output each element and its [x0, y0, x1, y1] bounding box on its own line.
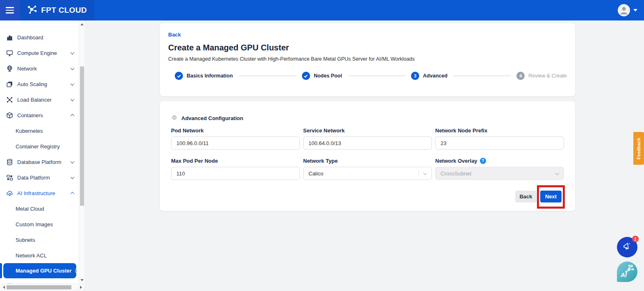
chevron-down-icon — [418, 169, 427, 177]
sidebar-item-containers[interactable]: Containers — [0, 107, 79, 123]
back-button[interactable]: Back — [515, 191, 537, 202]
field-pod-network: Pod Network — [171, 127, 300, 150]
sidebar-menu: Dashboard Compute Engine Network — [0, 20, 79, 284]
sidebar-item-label: Compute Engine — [17, 50, 71, 56]
sidebar-vertical-scrollbar[interactable] — [79, 20, 84, 284]
section-header: Advanced Configuration — [171, 114, 243, 122]
sidebar-item-label: Dashboard — [17, 34, 74, 41]
sidebar-item-label: Kubernetes — [16, 128, 74, 134]
pod-network-input[interactable] — [171, 136, 300, 150]
data-platform-icon — [6, 174, 13, 181]
page-title: Create a Managed GPU Cluster — [168, 43, 567, 52]
step-label: Basics Information — [187, 73, 233, 79]
sidebar-item-kubernetes[interactable]: Kubernetes — [0, 123, 79, 139]
user-avatar[interactable] — [618, 4, 630, 16]
step-nodes-pool[interactable]: Nodes Pool — [302, 72, 342, 80]
sidebar-item-metal-cloud[interactable]: Metal Cloud — [0, 201, 79, 216]
scroll-right-arrow[interactable] — [78, 284, 84, 290]
scroll-down-arrow[interactable] — [79, 277, 85, 283]
field-service-network: Service Network — [303, 127, 432, 150]
sidebar-item-network[interactable]: Network — [0, 61, 79, 76]
load-balancer-icon — [6, 96, 13, 103]
network-node-prefix-input[interactable] — [435, 136, 564, 150]
megaphone-icon — [622, 241, 632, 253]
step-basics-information[interactable]: Basics Information — [175, 72, 233, 80]
sidebar-horizontal-scrollbar[interactable] — [0, 284, 84, 290]
back-link[interactable]: Back — [168, 32, 181, 38]
globe-icon — [6, 65, 13, 72]
hamburger-menu-button[interactable] — [0, 0, 20, 20]
wizard-stepper: Basics Information Nodes Pool 3 Advanced… — [168, 72, 567, 80]
step-number: 3 — [411, 72, 419, 80]
dashboard-icon — [6, 34, 13, 41]
auto-scaling-icon — [6, 80, 13, 88]
advanced-configuration-card: Advanced Configuration Pod Network Servi… — [160, 101, 575, 211]
brand-logo[interactable]: FPT CLOUD — [20, 0, 94, 20]
sidebar-item-ai-platform[interactable]: AI Platform — [0, 278, 79, 284]
sidebar-nav: Dashboard Compute Engine Network — [0, 20, 79, 284]
vertical-scrollbar-thumb[interactable] — [80, 66, 84, 206]
scroll-left-arrow[interactable] — [1, 284, 7, 290]
molecule-logo-icon — [27, 4, 38, 16]
help-icon[interactable]: ? — [480, 158, 486, 164]
select-value: Calico — [308, 171, 323, 177]
step-number: 4 — [516, 72, 525, 80]
step-review-create[interactable]: 4 Review & Create — [516, 72, 567, 80]
sidebar-item-ai-infrastructure[interactable]: AI Infrastructure — [0, 185, 79, 201]
sidebar-item-load-balancer[interactable]: Load Balancer — [0, 92, 79, 107]
form-grid: Pod Network Service Network Network Node… — [171, 127, 564, 180]
field-label: Max Pod Per Node — [171, 158, 300, 164]
field-network-type: Network Type Calico — [303, 158, 432, 180]
step-label: Nodes Pool — [314, 73, 342, 79]
step-check-icon — [175, 72, 183, 80]
chevron-down-icon — [633, 9, 637, 11]
sidebar-item-subnets[interactable]: Subnets — [0, 232, 79, 248]
chevron-down-icon — [71, 50, 75, 55]
stepper-connector — [453, 75, 511, 76]
sidebar-item-database-platform[interactable]: Database Platform — [0, 154, 79, 170]
compute-engine-icon — [6, 49, 13, 57]
stepper-connector — [239, 75, 296, 76]
sidebar-item-compute-engine[interactable]: Compute Engine — [0, 45, 79, 61]
sidebar-item-auto-scaling[interactable]: Auto Scaling — [0, 76, 79, 92]
field-label: Service Network — [303, 127, 432, 134]
sidebar-item-label: Network — [17, 66, 71, 72]
chevron-down-icon — [71, 82, 75, 86]
notification-badge: 1 — [632, 236, 639, 242]
sidebar-item-label: AI Infrastructure — [17, 190, 71, 196]
sidebar-item-custom-images[interactable]: Custom Images — [0, 216, 79, 232]
horizontal-scrollbar-thumb[interactable] — [7, 285, 71, 289]
network-type-select[interactable]: Calico — [303, 167, 432, 180]
sidebar-item-label: Containers — [17, 112, 71, 118]
sidebar-item-data-platform[interactable]: Data Platform — [0, 170, 79, 185]
stepper-connector — [348, 75, 405, 76]
scroll-up-arrow[interactable] — [79, 21, 85, 27]
field-label: Network Overlay ? — [435, 158, 564, 164]
step-advanced[interactable]: 3 Advanced — [411, 72, 448, 80]
next-button[interactable]: Next — [540, 191, 562, 202]
ai-assistant-button[interactable]: AI — [617, 261, 637, 282]
chevron-down-icon — [71, 66, 75, 70]
sidebar-item-dashboard[interactable]: Dashboard — [0, 30, 79, 45]
announcements-button[interactable]: 1 — [617, 237, 637, 257]
service-network-input[interactable] — [303, 136, 432, 150]
sidebar-item-managed-gpu-cluster[interactable]: Managed GPU Cluster beta — [3, 263, 76, 278]
main-content: Back Create a Managed GPU Cluster Create… — [84, 20, 644, 291]
field-max-pod-per-node: Max Pod Per Node — [171, 158, 300, 180]
containers-icon — [6, 111, 13, 119]
active-item-fragment — [0, 263, 2, 278]
max-pod-per-node-input[interactable] — [171, 167, 300, 180]
sidebar-item-container-registry[interactable]: Container Registry — [0, 139, 79, 154]
sidebar-item-network-acl[interactable]: Network ACL — [0, 248, 79, 263]
feedback-tab[interactable]: Feedback — [633, 132, 644, 165]
ai-infrastructure-icon — [6, 189, 13, 197]
field-network-node-prefix: Network Node Prefix — [435, 127, 564, 150]
chevron-down-icon — [551, 169, 559, 177]
user-menu[interactable] — [618, 4, 637, 16]
chevron-down-icon — [71, 159, 75, 164]
field-network-overlay: Network Overlay ? CrossSubnet — [435, 158, 564, 180]
sidebar-item-label: Container Registry — [16, 143, 74, 150]
layers-icon — [171, 114, 178, 122]
step-check-icon — [302, 72, 310, 80]
step-label: Review & Create — [528, 73, 567, 79]
